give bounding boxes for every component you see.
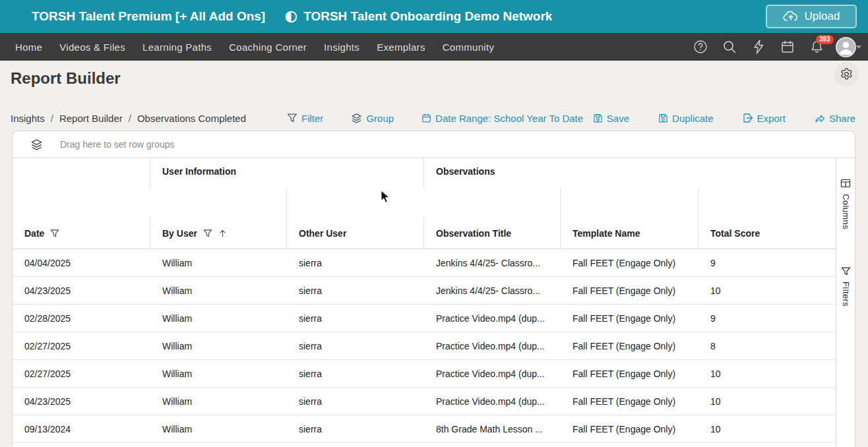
toolbar-right-group: Save Duplicate Export Share bbox=[593, 113, 855, 124]
group-label: Group bbox=[366, 113, 394, 124]
duplicate-button[interactable]: Duplicate bbox=[658, 113, 714, 124]
column-header-row: Date By User Other User bbox=[13, 218, 836, 249]
breadcrumb-current-page: Observations Completed bbox=[137, 113, 246, 124]
layers-icon bbox=[351, 113, 362, 124]
cell-template-name: Fall FEET (Engage Only) bbox=[561, 305, 698, 332]
date-range-label: Date Range: School Year To Date bbox=[435, 113, 583, 124]
nav-item-community[interactable]: Community bbox=[434, 42, 503, 53]
cell-date: 04/23/2025 bbox=[13, 388, 150, 415]
tab-filters[interactable]: Filters bbox=[841, 266, 851, 307]
nav-item-home[interactable]: Home bbox=[7, 42, 51, 53]
nav-item-coaching-corner[interactable]: Coaching Corner bbox=[220, 42, 315, 53]
column-header-date[interactable]: Date bbox=[13, 218, 150, 249]
main-navigation: Home Videos & Files Learning Paths Coach… bbox=[0, 33, 868, 61]
column-header-label: Template Name bbox=[573, 228, 640, 239]
network-title-group: TORSH Talent Onboarding Demo Network bbox=[285, 9, 552, 24]
cell-total-score: 9 bbox=[698, 249, 836, 276]
cell-observation-title: Practice Video.mp4 (dup... bbox=[424, 360, 561, 387]
side-panel-rail: Columns Filters bbox=[836, 158, 855, 447]
column-header-template-name[interactable]: Template Name bbox=[561, 218, 698, 249]
group-header-empty bbox=[13, 158, 150, 188]
table-row[interactable]: 04/23/2025 William sierra Practice Video… bbox=[13, 388, 836, 415]
tab-columns[interactable]: Columns bbox=[840, 178, 851, 229]
table-row[interactable]: 02/28/2025 William sierra Practice Video… bbox=[13, 305, 836, 332]
filter-funnel-icon[interactable] bbox=[50, 229, 59, 238]
cell-template-name: Fall FEET (Engage Only) bbox=[561, 415, 698, 442]
page-title: Report Builder bbox=[11, 69, 868, 88]
cell-template-name: Fall FEET (Engage Only) bbox=[561, 388, 698, 415]
cell-date: 04/04/2025 bbox=[13, 249, 150, 276]
filter-label: Filter bbox=[301, 113, 323, 124]
cell-by-user: William bbox=[150, 415, 287, 442]
nav-icon-cluster: 393 bbox=[686, 33, 861, 61]
group-button[interactable]: Group bbox=[351, 113, 394, 124]
cell-by-user: William bbox=[150, 249, 287, 276]
help-icon[interactable] bbox=[686, 33, 715, 61]
nav-item-insights[interactable]: Insights bbox=[315, 42, 368, 53]
nav-item-learning-paths[interactable]: Learning Paths bbox=[134, 42, 220, 53]
breadcrumb-insights[interactable]: Insights bbox=[11, 113, 45, 124]
save-button[interactable]: Save bbox=[593, 113, 629, 124]
cell-observation-title: Jenkins 4/4/25- Classro... bbox=[424, 249, 561, 276]
cell-by-user: William bbox=[150, 388, 287, 415]
cell-other-user: sierra bbox=[287, 415, 424, 442]
cell-template-name: Fall FEET (Engage Only) bbox=[561, 360, 698, 387]
top-app-bar: TORSH Talent Premium [+ All Add Ons] TOR… bbox=[0, 0, 868, 33]
export-button[interactable]: Export bbox=[743, 113, 786, 124]
subgroup-header-cell bbox=[561, 188, 698, 218]
gear-icon[interactable] bbox=[834, 62, 859, 86]
toolbar-left-group: Filter Group Date Range: School Year To … bbox=[287, 113, 583, 124]
share-arrow-icon bbox=[815, 113, 825, 123]
product-title: TORSH Talent Premium [+ All Add Ons] bbox=[32, 9, 265, 24]
nav-item-exemplars[interactable]: Exemplars bbox=[368, 42, 434, 53]
notifications-bell-icon[interactable]: 393 bbox=[802, 33, 831, 61]
table-row[interactable]: 09/13/2024 William sierra 8th Grade Math… bbox=[13, 415, 836, 443]
date-range-button[interactable]: Date Range: School Year To Date bbox=[421, 113, 583, 124]
cell-other-user: sierra bbox=[287, 332, 424, 359]
cell-observation-title: Practice Video.mp4 (dup... bbox=[424, 388, 561, 415]
column-header-observation-title[interactable]: Observation Title bbox=[424, 218, 561, 249]
cell-observation-title: Practice Video.mp4 (dup... bbox=[424, 305, 561, 332]
network-title: TORSH Talent Onboarding Demo Network bbox=[303, 9, 552, 24]
network-logo-icon bbox=[285, 11, 297, 23]
nav-item-videos-files[interactable]: Videos & Files bbox=[51, 42, 134, 53]
column-header-total-score[interactable]: Total Score bbox=[698, 218, 836, 249]
cell-template-name: Fall FEET (Engage Only) bbox=[561, 332, 698, 359]
table-row[interactable]: 02/27/2025 William sierra Practice Video… bbox=[13, 360, 836, 388]
cell-template-name: Fall FEET (Engage Only) bbox=[561, 249, 698, 276]
filter-button[interactable]: Filter bbox=[287, 113, 323, 124]
cell-observation-title: Practice Video.mp4 (dup... bbox=[424, 332, 561, 359]
subgroup-header-cell bbox=[698, 188, 836, 218]
breadcrumb-separator: / bbox=[129, 113, 131, 124]
lightning-icon[interactable] bbox=[744, 33, 773, 61]
column-header-by-user[interactable]: By User bbox=[150, 218, 287, 249]
cell-date: 04/23/2025 bbox=[13, 277, 150, 304]
cloud-upload-icon bbox=[783, 11, 799, 22]
row-group-drop-zone[interactable]: Drag here to set row groups bbox=[13, 131, 855, 158]
cell-date: 02/28/2025 bbox=[13, 305, 150, 332]
breadcrumb-report-builder[interactable]: Report Builder bbox=[59, 113, 123, 124]
share-button[interactable]: Share bbox=[815, 113, 855, 124]
group-header-observations[interactable]: Observations bbox=[424, 158, 836, 188]
table-row[interactable]: 04/23/2025 William sierra Jenkins 4/4/25… bbox=[13, 277, 836, 305]
grid-body: 04/04/2025 William sierra Jenkins 4/4/25… bbox=[13, 249, 836, 443]
filters-funnel-icon bbox=[841, 266, 851, 276]
column-header-other-user[interactable]: Other User bbox=[287, 218, 424, 249]
cell-total-score: 10 bbox=[698, 277, 836, 304]
column-header-label: Total Score bbox=[710, 228, 760, 239]
columns-icon bbox=[840, 178, 851, 189]
filter-funnel-icon[interactable] bbox=[203, 229, 212, 238]
calendar-icon[interactable] bbox=[773, 33, 802, 61]
cell-other-user: sierra bbox=[287, 388, 424, 415]
user-avatar[interactable] bbox=[831, 33, 860, 61]
column-subgroup-header-row bbox=[13, 188, 836, 218]
group-header-user-information[interactable]: User Information bbox=[150, 158, 424, 188]
search-icon[interactable] bbox=[715, 33, 744, 61]
tab-filters-label: Filters bbox=[841, 282, 851, 307]
upload-button[interactable]: Upload bbox=[766, 5, 857, 28]
save-floppy-icon bbox=[593, 113, 603, 123]
table-row[interactable]: 04/04/2025 William sierra Jenkins 4/4/25… bbox=[13, 249, 836, 277]
table-row[interactable]: 02/27/2025 William sierra Practice Video… bbox=[13, 332, 836, 360]
cell-total-score: 8 bbox=[698, 332, 836, 359]
cell-total-score: 10 bbox=[698, 388, 836, 415]
